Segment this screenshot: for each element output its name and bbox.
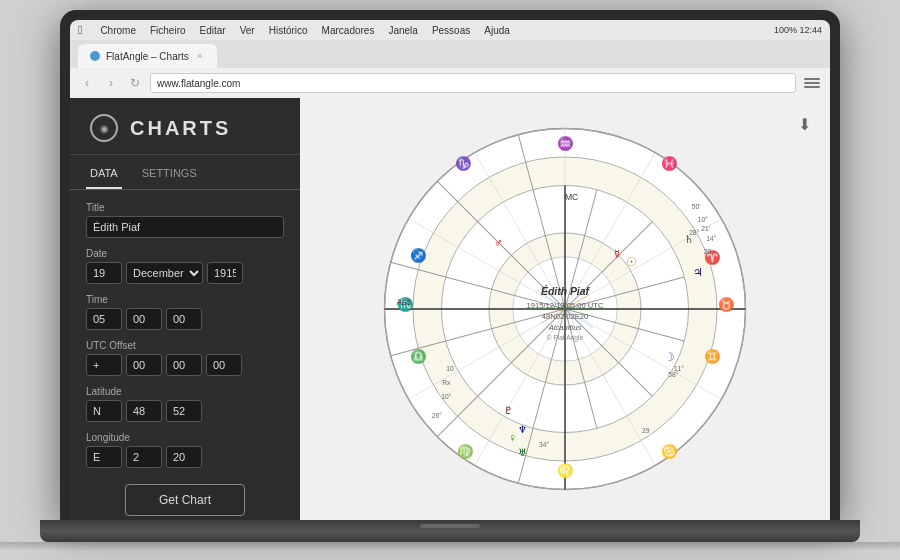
longitude-group: Longitude bbox=[86, 432, 284, 468]
browser-chrome: FlatAngle – Charts × ‹ › ↻ www.flatangle… bbox=[70, 40, 830, 98]
svg-text:Rx: Rx bbox=[442, 379, 451, 386]
utc-hour-input[interactable] bbox=[126, 354, 162, 376]
time-hour-input[interactable] bbox=[86, 308, 122, 330]
svg-text:10°: 10° bbox=[441, 393, 451, 400]
menu-ver[interactable]: Ver bbox=[240, 25, 255, 36]
svg-text:♆: ♆ bbox=[518, 424, 527, 435]
menu-janela[interactable]: Janela bbox=[388, 25, 417, 36]
svg-text:50': 50' bbox=[692, 203, 701, 210]
laptop-base bbox=[40, 520, 860, 542]
apple-menu[interactable]:  bbox=[78, 23, 82, 37]
svg-text:♎: ♎ bbox=[410, 348, 427, 365]
utc-sign-input[interactable] bbox=[86, 354, 122, 376]
svg-text:29: 29 bbox=[642, 427, 650, 434]
svg-text:♃: ♃ bbox=[693, 266, 703, 278]
svg-text:34°: 34° bbox=[539, 441, 549, 448]
svg-text:♍: ♍ bbox=[457, 443, 474, 460]
svg-text:♂: ♂ bbox=[494, 236, 503, 250]
date-year-input[interactable] bbox=[207, 262, 243, 284]
svg-text:58°: 58° bbox=[668, 371, 678, 378]
longitude-label: Longitude bbox=[86, 432, 284, 443]
lat-deg-input[interactable] bbox=[126, 400, 162, 422]
svg-text:10: 10 bbox=[446, 365, 454, 372]
svg-text:♉: ♉ bbox=[718, 296, 735, 313]
lon-deg-input[interactable] bbox=[126, 446, 162, 468]
logo-icon: ◉ bbox=[100, 123, 109, 134]
address-bar[interactable]: www.flatangle.com bbox=[150, 73, 796, 93]
get-chart-button[interactable]: Get Chart bbox=[125, 484, 245, 516]
lat-min-input[interactable] bbox=[166, 400, 202, 422]
svg-text:☽: ☽ bbox=[664, 350, 675, 364]
tab-favicon bbox=[90, 51, 100, 61]
date-label: Date bbox=[86, 248, 284, 259]
lon-min-input[interactable] bbox=[166, 446, 202, 468]
sidebar-logo: ◉ bbox=[90, 114, 118, 142]
menu-ficheiro[interactable]: Ficheiro bbox=[150, 25, 186, 36]
svg-text:♌: ♌ bbox=[557, 462, 574, 479]
svg-text:48N02 02E20: 48N02 02E20 bbox=[542, 312, 588, 321]
date-month-select[interactable]: December bbox=[126, 262, 203, 284]
utc-label: UTC Offset bbox=[86, 340, 284, 351]
laptop-foot bbox=[0, 542, 900, 550]
svg-text:20: 20 bbox=[704, 248, 712, 255]
menu-pessoas[interactable]: Pessoas bbox=[432, 25, 470, 36]
astrological-chart: ♈ ♉ ♊ ♋ ♌ ♍ ♎ bbox=[375, 119, 755, 499]
back-button[interactable]: ‹ bbox=[78, 74, 96, 92]
sidebar: ◉ CHARTS DATA SETTINGS Title bbox=[70, 98, 300, 520]
browser-menu-button[interactable] bbox=[802, 73, 822, 93]
chart-container: ♈ ♉ ♊ ♋ ♌ ♍ ♎ bbox=[375, 119, 755, 499]
tab-data[interactable]: DATA bbox=[86, 163, 122, 189]
title-input[interactable] bbox=[86, 216, 284, 238]
svg-text:☉: ☉ bbox=[626, 255, 637, 269]
forward-button[interactable]: › bbox=[102, 74, 120, 92]
time-label: Time bbox=[86, 294, 284, 305]
utc-minute-input[interactable] bbox=[166, 354, 202, 376]
latitude-group: Latitude bbox=[86, 386, 284, 422]
svg-text:♀: ♀ bbox=[508, 431, 517, 445]
utc-second-input[interactable] bbox=[206, 354, 242, 376]
date-day-input[interactable] bbox=[86, 262, 122, 284]
svg-text:♓: ♓ bbox=[661, 155, 678, 172]
time-group: Time bbox=[86, 294, 284, 330]
utc-group: UTC Offset bbox=[86, 340, 284, 376]
time-second-input[interactable] bbox=[166, 308, 202, 330]
menu-chrome[interactable]: Chrome bbox=[100, 25, 136, 36]
sidebar-title: CHARTS bbox=[130, 117, 231, 140]
svg-text:21': 21' bbox=[701, 225, 710, 232]
menu-editar[interactable]: Editar bbox=[200, 25, 226, 36]
burger-line-1 bbox=[804, 78, 820, 80]
menu-marcadores[interactable]: Marcadores bbox=[322, 25, 375, 36]
time-minute-input[interactable] bbox=[126, 308, 162, 330]
burger-line-2 bbox=[804, 82, 820, 84]
lat-dir-input[interactable] bbox=[86, 400, 122, 422]
latitude-label: Latitude bbox=[86, 386, 284, 397]
menu-bar:  Chrome Ficheiro Editar Ver Histórico M… bbox=[70, 20, 830, 40]
svg-text:♊: ♊ bbox=[704, 348, 721, 365]
svg-text:14°: 14° bbox=[706, 235, 716, 242]
laptop-screen:  Chrome Ficheiro Editar Ver Histórico M… bbox=[60, 10, 840, 520]
url-text: www.flatangle.com bbox=[157, 78, 240, 89]
svg-text:♅: ♅ bbox=[518, 447, 527, 458]
svg-text:Alcabitius: Alcabitius bbox=[548, 323, 582, 332]
refresh-button[interactable]: ↻ bbox=[126, 74, 144, 92]
tab-label: FlatAngle – Charts bbox=[106, 51, 189, 62]
svg-text:☿: ☿ bbox=[614, 248, 620, 259]
svg-text:Édith Piaf: Édith Piaf bbox=[541, 285, 591, 297]
title-group: Title bbox=[86, 202, 284, 238]
tab-close-button[interactable]: × bbox=[195, 51, 205, 61]
menu-historico[interactable]: Histórico bbox=[269, 25, 308, 36]
main-content: ⬇ bbox=[300, 98, 830, 520]
date-group: Date December bbox=[86, 248, 284, 284]
download-button[interactable]: ⬇ bbox=[790, 110, 818, 138]
tab-settings[interactable]: SETTINGS bbox=[138, 163, 201, 189]
svg-text:© Flat Angle: © Flat Angle bbox=[547, 334, 584, 342]
svg-text:♒: ♒ bbox=[557, 135, 574, 152]
svg-text:MC: MC bbox=[565, 192, 578, 202]
burger-line-3 bbox=[804, 86, 820, 88]
title-label: Title bbox=[86, 202, 284, 213]
svg-text:Asc: Asc bbox=[396, 297, 411, 307]
menu-ajuda[interactable]: Ajuda bbox=[484, 25, 510, 36]
lon-dir-input[interactable] bbox=[86, 446, 122, 468]
svg-text:♋: ♋ bbox=[661, 443, 678, 460]
browser-tab[interactable]: FlatAngle – Charts × bbox=[78, 44, 217, 68]
